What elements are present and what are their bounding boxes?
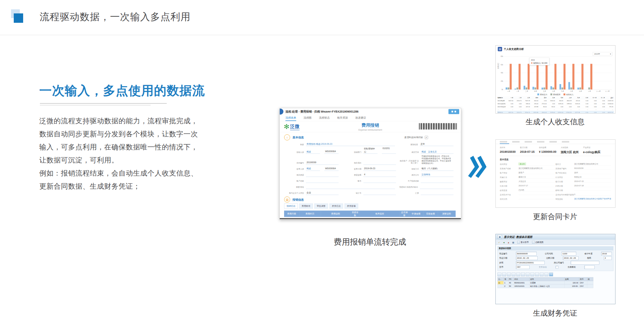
- field-value[interactable]: [363, 161, 396, 165]
- field-value[interactable]: [363, 191, 396, 195]
- table-cell: 2019-09-16: [284, 217, 299, 220]
- up-icon[interactable]: ▲: [507, 241, 510, 244]
- grid-toolbar-icon-5[interactable]: [521, 273, 525, 276]
- workflow-tab-3[interactable]: 相关资源: [337, 115, 348, 121]
- x-tick-label: 三月: [522, 90, 531, 92]
- contract-tab-2[interactable]: [525, 141, 532, 143]
- year-filter-dropdown[interactable]: 2019年 ▾: [593, 52, 612, 56]
- field-value[interactable]: 企业: [306, 191, 338, 195]
- sap-window-icon[interactable]: ▣: [497, 235, 502, 239]
- intro-line: 输入，可多点利用，在确保数据唯一性的情况下，: [39, 140, 198, 153]
- form-field: 标题费用报销-梅超-2019-09-23: [284, 141, 398, 146]
- payment-arrived-checkbox[interactable]: ✓: [425, 136, 428, 139]
- field-value[interactable]: 梅超 泛微北京: [421, 150, 453, 154]
- contract-field-value[interactable]: 浙江红蜻蜓鞋业股份有限公司新客户合同申请: [574, 197, 611, 200]
- workflow-tab-2[interactable]: 流程状态: [319, 115, 330, 121]
- contract-tab-5[interactable]: [562, 141, 569, 143]
- sap-toolbar-button-1[interactable]: 总帐视图: [531, 241, 544, 244]
- contract-field-row: 归档日期2019-07-18: [555, 184, 611, 188]
- contract-field-row: 生效日期2019-07-17: [500, 184, 555, 188]
- voucher-field-input[interactable]: CNY: [516, 265, 530, 269]
- voucher-field-input[interactable]: FY201602260001: [516, 261, 545, 264]
- grid-toolbar-icon-4[interactable]: [516, 273, 520, 276]
- workflow-tab-1[interactable]: 流程图: [304, 115, 312, 121]
- contract-tab-0[interactable]: [500, 141, 507, 143]
- bar-销售收入: [537, 64, 539, 90]
- detail-subtab-0[interactable]: 报销信息: [284, 204, 298, 209]
- detail-subtab-1[interactable]: 费用标准: [299, 204, 313, 209]
- field-value[interactable]: 梅超: [306, 150, 320, 154]
- field-value-secondary[interactable]: WS009064: [324, 150, 338, 154]
- window-action-button[interactable]: [448, 109, 459, 114]
- detail-subtab-3[interactable]: 发票信息: [329, 204, 343, 209]
- field-value[interactable]: 泛微网络: [421, 173, 453, 177]
- field-value[interactable]: [420, 185, 453, 189]
- detail-subtabs: 报销信息费用标准审批调整发票信息发票影像: [284, 204, 457, 209]
- field-value[interactable]: 20190099: [306, 161, 338, 165]
- field-value[interactable]: 2019-09-23: [363, 167, 396, 171]
- detail-subtab-2[interactable]: 审批调整: [314, 204, 328, 209]
- workflow-tab-0[interactable]: 流程表单: [285, 115, 296, 121]
- field-value[interactable]: 中国投资有限责任公司（中投公司、中投国际有限责任公司、中投海外直接投资有限责任公…: [421, 155, 453, 165]
- table-cell: 415.00: [572, 99, 581, 102]
- voucher-field-input[interactable]: 2016.02.26: [516, 256, 538, 260]
- voucher-field-input[interactable]: [571, 261, 599, 264]
- table-cell: …: [497, 108, 505, 111]
- bar-销售收入: [554, 64, 556, 90]
- grid-toolbar-icon-9[interactable]: [540, 273, 544, 276]
- grid-toolbar-icon-6[interactable]: [526, 273, 530, 276]
- print-icon[interactable]: ▦: [512, 241, 515, 244]
- grid-toolbar-icon-0[interactable]: [497, 273, 501, 276]
- field-label: 相关项目: [341, 162, 363, 165]
- voucher-field-input[interactable]: [585, 265, 595, 269]
- detail-subtab-4[interactable]: 发票影像: [344, 204, 358, 209]
- field-value[interactable]: [421, 179, 453, 183]
- grid-toolbar-icon-3[interactable]: [512, 273, 516, 276]
- field-value[interactable]: 梅超: [306, 167, 320, 171]
- field-value[interactable]: [306, 185, 395, 189]
- field-value[interactable]: 银行（个人报销）: [421, 167, 453, 171]
- grid-toolbar-icon-10[interactable]: [544, 273, 548, 276]
- grid-toolbar-icon-7[interactable]: [530, 273, 534, 276]
- contract-tab-4[interactable]: [549, 141, 557, 143]
- text-exists-checkbox[interactable]: [556, 266, 558, 268]
- field-value[interactable]: [306, 173, 338, 177]
- voucher-field-input[interactable]: 2016.02.26: [563, 256, 579, 260]
- header-divider: [0, 35, 644, 35]
- field-label: 承担公司: [399, 174, 421, 177]
- field-value[interactable]: [363, 179, 396, 183]
- grid-toolbar-icon-2[interactable]: [507, 273, 511, 276]
- field-value-secondary[interactable]: WS009064: [324, 167, 338, 171]
- workflow-tab-4[interactable]: 改进建议: [355, 115, 366, 121]
- contract-field-label: 邮寄日期: [555, 189, 574, 191]
- contract-tab-1[interactable]: [512, 141, 520, 143]
- confirm-icon[interactable]: ✓: [497, 241, 501, 244]
- field-value[interactable]: [306, 179, 338, 183]
- income-detail-table: 明细科目一月二月三月四月五月六月七月八月九月十月十一月十二月总计6601差旅费1…: [497, 96, 614, 114]
- contract-field-label: 客户类型: [500, 172, 519, 174]
- contract-tab-3[interactable]: [537, 141, 544, 143]
- field-value[interactable]: 费用报销-梅超-2019-09-23: [306, 142, 395, 146]
- field-value[interactable]: EBU营销中心: [363, 147, 377, 154]
- voucher-field-input[interactable]: 2: [604, 256, 611, 260]
- header-square-dark-icon: [14, 13, 23, 23]
- table-header-row: 明细科目一月二月三月四月五月六月七月八月九月十月十一月十二月总计: [497, 96, 614, 99]
- grid-toolbar-icon-8[interactable]: [535, 273, 539, 276]
- field-value[interactable]: 正常: [420, 142, 453, 146]
- chart-legend: 费用支出费用预算销售收入: [496, 93, 615, 96]
- x-tick-label: 八月: [567, 90, 576, 92]
- contract-field-label: 客户所在地址: [555, 172, 574, 174]
- voucher-field-input[interactable]: 2016: [601, 252, 611, 255]
- field-value-secondary[interactable]: 010201: [382, 147, 396, 154]
- grid-toolbar-icon-1[interactable]: [502, 273, 506, 276]
- table-cell: 0.00: [514, 102, 522, 105]
- field-value[interactable]: [421, 191, 453, 195]
- sap-toolbar-button-0[interactable]: 显示货币: [516, 241, 530, 244]
- field-value[interactable]: 4: [363, 173, 396, 177]
- voucher-field-input[interactable]: 1100: [561, 252, 576, 255]
- back-icon[interactable]: ◄: [502, 241, 505, 244]
- voucher-field-input[interactable]: 980000005: [516, 252, 537, 255]
- contract-fields-left: 合同类型新合同直接用户名称浙江红蜻蜓鞋业股份有限公司客户类型新客户所属行业服装行…: [500, 162, 555, 201]
- info-icon[interactable]: i: [549, 273, 553, 276]
- table-cell: 21092.94: [605, 99, 614, 102]
